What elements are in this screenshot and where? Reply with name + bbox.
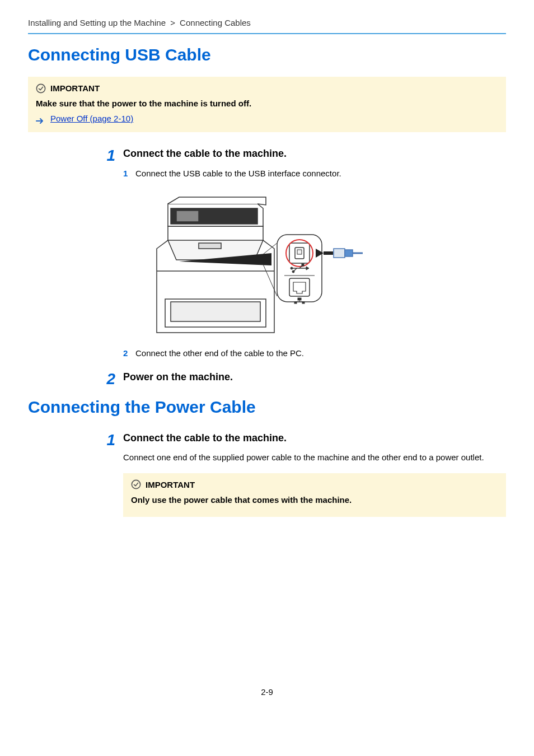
step-title-power-on: Power on the machine. xyxy=(123,370,506,384)
breadcrumb: Installing and Setting up the Machine > … xyxy=(28,17,506,33)
power-off-link[interactable]: Power Off (page 2-10) xyxy=(50,113,133,124)
svg-point-0 xyxy=(36,84,45,92)
step-title-connect-cable: Connect the cable to the machine. xyxy=(123,147,506,161)
svg-rect-5 xyxy=(176,211,199,222)
step-number-2: 2 xyxy=(106,370,115,388)
step-number-1: 1 xyxy=(106,147,115,164)
svg-rect-14 xyxy=(302,264,304,266)
important-box-usb: IMPORTANT Make sure that the power to th… xyxy=(28,77,506,132)
power-cable-instruction: Connect one end of the supplied power ca… xyxy=(123,451,506,463)
arrow-right-icon xyxy=(36,115,45,122)
step-title-connect-power: Connect the cable to the machine. xyxy=(123,431,506,445)
step-number-1: 1 xyxy=(106,431,115,449)
breadcrumb-child: Connecting Cables xyxy=(180,18,251,27)
svg-rect-18 xyxy=(298,298,301,300)
substep-text: Connect the other end of the cable to th… xyxy=(135,347,506,359)
usb-cable-icon xyxy=(334,249,363,258)
step-row-2: 2 Power on the machine. xyxy=(28,368,506,390)
important-label: IMPORTANT xyxy=(146,479,195,491)
svg-rect-24 xyxy=(334,249,345,258)
check-icon xyxy=(131,479,141,489)
svg-rect-2 xyxy=(171,302,260,321)
svg-rect-25 xyxy=(345,250,353,256)
substep-text: Connect the USB cable to the USB interfa… xyxy=(135,167,506,179)
important-text: Make sure that the power to the machine … xyxy=(36,97,498,109)
page-number: 2-9 xyxy=(28,686,506,698)
step-row-1: 1 Connect the cable to the machine. 1 Co… xyxy=(28,144,506,363)
substep-2: 2 Connect the other end of the cable to … xyxy=(123,347,506,359)
check-icon xyxy=(36,83,46,94)
svg-point-29 xyxy=(132,480,140,488)
svg-rect-10 xyxy=(297,250,302,254)
important-label: IMPORTANT xyxy=(50,82,100,94)
header-rule xyxy=(28,33,506,34)
breadcrumb-separator: > xyxy=(170,18,175,27)
important-text: Only use the power cable that comes with… xyxy=(131,494,498,506)
svg-rect-21 xyxy=(294,302,297,304)
svg-point-15 xyxy=(292,270,294,273)
svg-rect-6 xyxy=(199,243,221,249)
svg-rect-22 xyxy=(302,302,305,304)
important-box-power: IMPORTANT Only use the power cable that … xyxy=(123,473,506,517)
section-title-usb: Connecting USB Cable xyxy=(28,43,506,67)
step-row-power-1: 1 Connect the cable to the machine. Conn… xyxy=(28,429,506,529)
section-title-power: Connecting the Power Cable xyxy=(28,395,506,419)
printer-usb-figure xyxy=(146,187,506,338)
breadcrumb-parent: Installing and Setting up the Machine xyxy=(28,18,166,27)
substep-1: 1 Connect the USB cable to the USB inter… xyxy=(123,167,506,179)
svg-point-13 xyxy=(291,267,293,269)
substep-number: 1 xyxy=(123,167,135,179)
substep-number: 2 xyxy=(123,347,135,359)
